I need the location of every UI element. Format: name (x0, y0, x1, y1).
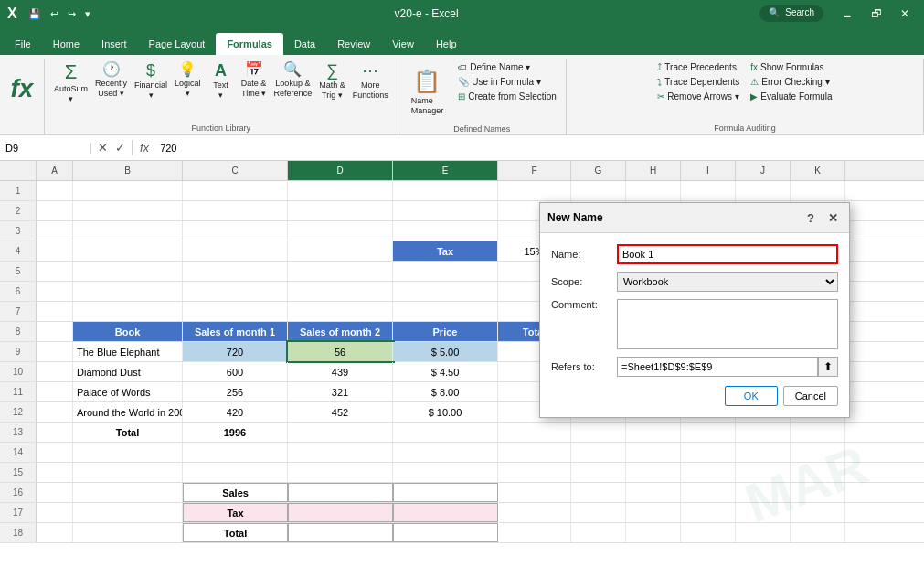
new-name-dialog: New Name ? ✕ Name: Scope: Workbook (539, 202, 850, 418)
search-box[interactable]: 🔍 Search (759, 5, 823, 22)
dialog-titlebar: New Name ? ✕ (540, 203, 849, 233)
confirm-formula-button[interactable]: ✓ (112, 140, 128, 155)
name-manager-button[interactable]: 📋 NameManager (404, 60, 451, 124)
dialog-scope-label: Scope: (551, 276, 617, 287)
minimize-button[interactable]: 🗕 (834, 5, 860, 22)
more-functions-button[interactable]: ⋯ MoreFunctions (349, 60, 392, 102)
dialog-name-label: Name: (551, 249, 617, 260)
dialog-refers-to-row: Refers to: ⬆ (551, 357, 838, 377)
lookup-reference-button[interactable]: 🔍 Lookup &Reference (271, 60, 316, 101)
remove-arrows-button[interactable]: ✂ Remove Arrows ▾ (653, 90, 743, 103)
quick-access-more-button[interactable]: ▾ (81, 6, 94, 22)
dialog-ok-button[interactable]: OK (725, 386, 778, 406)
dialog-refers-to-input[interactable] (617, 357, 818, 377)
dialog-title-buttons: ? ✕ (802, 209, 842, 227)
formula-auditing-group-label: Formula Auditing (714, 123, 776, 134)
text-label: Text▾ (213, 80, 228, 101)
date-time-button[interactable]: 📅 Date &Time ▾ (238, 60, 271, 101)
name-box[interactable]: D9 (0, 143, 91, 154)
math-trig-label: Math &Trig ▾ (319, 80, 345, 101)
function-library-group-label: Function Library (192, 123, 251, 134)
use-in-formula-label: Use in Formula ▾ (472, 77, 541, 87)
create-from-selection-button[interactable]: ⊞ Create from Selection (454, 90, 560, 103)
dialog-help-button[interactable]: ? (802, 209, 820, 227)
remove-arrows-label: Remove Arrows ▾ (667, 91, 738, 102)
recently-used-label: RecentlyUsed ▾ (95, 79, 127, 99)
create-from-selection-label: Create from Selection (468, 91, 557, 102)
math-trig-icon: ∑ (326, 62, 338, 79)
recently-used-button[interactable]: 🕐 RecentlyUsed ▾ (91, 60, 131, 101)
lookup-reference-label: Lookup &Reference (274, 79, 313, 99)
name-manager-icon: 📋 (413, 69, 441, 94)
financial-icon: $ (146, 62, 155, 79)
ribbon: fx Σ AutoSum▾ 🕐 RecentlyUsed ▾ $ Financi… (0, 55, 924, 135)
use-in-formula-button[interactable]: 📎 Use in Formula ▾ (454, 75, 560, 89)
tab-formulas[interactable]: Formulas (216, 33, 283, 55)
text-icon: A (215, 62, 227, 79)
dialog-title: New Name (547, 211, 603, 224)
undo-button[interactable]: ↩ (47, 6, 62, 22)
insert-function-button[interactable]: fx (5, 60, 38, 117)
tab-file[interactable]: File (4, 33, 42, 55)
show-formulas-button[interactable]: fx Show Formulas (747, 60, 835, 74)
financial-button[interactable]: $ Financial▾ (131, 60, 171, 102)
dialog-scope-select[interactable]: Workbook (617, 272, 838, 292)
dialog-comment-row: Comment: (551, 299, 838, 349)
logical-button[interactable]: 💡 Logical▾ (171, 60, 205, 101)
ribbon-tabs: File Home Insert Page Layout Formulas Da… (0, 27, 924, 55)
evaluate-formula-icon: ▶ (750, 91, 758, 102)
evaluate-formula-label: Evaluate Formula (760, 91, 832, 102)
more-functions-label: MoreFunctions (353, 80, 388, 101)
formula-bar: D9 ✕ ✓ fx (0, 135, 924, 161)
title-bar: X 💾 ↩ ↪ ▾ v20-e - Excel 🔍 Search 🗕 🗗 ✕ (0, 0, 924, 27)
dialog-cancel-button[interactable]: Cancel (783, 386, 838, 406)
dialog-scope-row: Scope: Workbook (551, 272, 838, 292)
show-formulas-icon: fx (750, 62, 758, 72)
dialog-close-button[interactable]: ✕ (823, 209, 842, 227)
refers-to-collapse-button[interactable]: ⬆ (818, 357, 838, 377)
trace-dependents-label: Trace Dependents (664, 77, 739, 87)
lookup-reference-icon: 🔍 (283, 62, 302, 77)
search-label: Search (785, 7, 814, 17)
tab-insert[interactable]: Insert (90, 33, 138, 55)
tab-home[interactable]: Home (42, 33, 90, 55)
cancel-formula-button[interactable]: ✕ (95, 140, 111, 155)
math-trig-button[interactable]: ∑ Math &Trig ▾ (315, 60, 349, 102)
dialog-refers-to-label: Refers to: (551, 361, 617, 372)
dialog-name-row: Name: (551, 244, 838, 264)
tab-page-layout[interactable]: Page Layout (138, 33, 217, 55)
date-time-icon: 📅 (245, 62, 263, 77)
financial-label: Financial▾ (134, 80, 167, 101)
insert-function-icon: fx (11, 76, 34, 102)
text-button[interactable]: A Text▾ (205, 60, 238, 102)
redo-button[interactable]: ↪ (64, 6, 80, 22)
remove-arrows-icon: ✂ (657, 91, 664, 102)
evaluate-formula-button[interactable]: ▶ Evaluate Formula (747, 90, 835, 103)
trace-precedents-button[interactable]: ⤴ Trace Precedents (653, 60, 743, 74)
window-controls: 🔍 Search 🗕 🗗 ✕ (759, 5, 917, 22)
autosum-button[interactable]: Σ AutoSum▾ (50, 60, 91, 106)
autosum-icon: Σ (65, 62, 78, 82)
recently-used-icon: 🕐 (102, 62, 121, 77)
dialog-comment-label: Comment: (551, 299, 617, 310)
tab-view[interactable]: View (381, 33, 425, 55)
tab-data[interactable]: Data (283, 33, 326, 55)
create-from-selection-icon: ⊞ (458, 91, 465, 102)
dialog-comment-textarea[interactable] (617, 299, 838, 349)
dialog-name-input[interactable] (617, 244, 838, 264)
trace-dependents-icon: ⤵ (657, 77, 662, 87)
save-button[interactable]: 💾 (25, 6, 45, 22)
define-name-icon: 🏷 (458, 62, 467, 72)
trace-dependents-button[interactable]: ⤵ Trace Dependents (653, 75, 743, 89)
quick-access-toolbar: 💾 ↩ ↪ ▾ (25, 6, 94, 22)
formula-input[interactable] (156, 143, 924, 154)
dialog-body: Name: Scope: Workbook Comment: R (540, 233, 849, 417)
error-checking-icon: ⚠ (750, 77, 759, 87)
close-button[interactable]: ✕ (893, 5, 917, 22)
logical-icon: 💡 (178, 62, 196, 77)
error-checking-button[interactable]: ⚠ Error Checking ▾ (747, 75, 835, 89)
tab-help[interactable]: Help (425, 33, 468, 55)
define-name-button[interactable]: 🏷 Define Name ▾ (454, 60, 560, 74)
restore-button[interactable]: 🗗 (864, 5, 889, 22)
tab-review[interactable]: Review (326, 33, 381, 55)
